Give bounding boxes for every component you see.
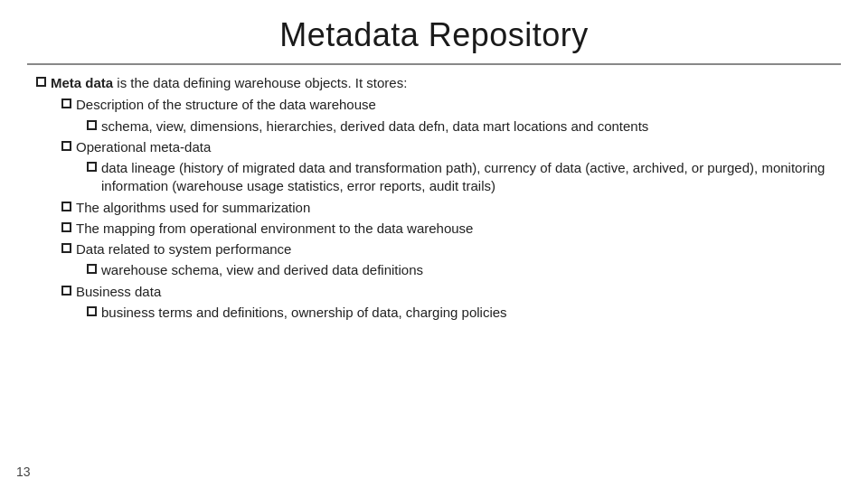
bullet-l3-4: business terms and definitions, ownershi…	[87, 304, 841, 322]
bullet-text-l2-4: The mapping from operational environment…	[76, 220, 841, 238]
bullet-icon-l1	[36, 77, 46, 87]
bullet-text-l3-4: business terms and definitions, ownershi…	[101, 304, 841, 322]
bullet-l2-6: Business data	[61, 283, 841, 301]
bullet-l2-2: Operational meta-data	[61, 138, 841, 156]
bullet-text-l2-1: Description of the structure of the data…	[76, 96, 841, 114]
bullet-l3-1: schema, view, dimensions, hierarchies, d…	[87, 117, 841, 136]
bullet-text-l3-1: schema, view, dimensions, hierarchies, d…	[101, 117, 841, 136]
meta-desc: is the data defining warehouse objects. …	[113, 75, 407, 90]
bullet-icon-l2-3	[61, 202, 71, 211]
bullet-l1-1: Meta data is the data defining warehouse…	[36, 74, 841, 92]
bullet-icon-l3-1	[87, 120, 97, 130]
bullet-l2-4: The mapping from operational environment…	[61, 220, 841, 238]
bullet-text-l3-3: warehouse schema, view and derived data …	[101, 261, 841, 279]
bullet-text-l3-2: data lineage (history of migrated data a…	[101, 159, 841, 196]
bullet-text-l2-6: Business data	[76, 283, 841, 301]
bullet-text-l1-1: Meta data is the data defining warehouse…	[51, 74, 841, 92]
bullet-text-l2-5: Data related to system performance	[76, 240, 841, 258]
bullet-text-l2-2: Operational meta-data	[76, 138, 841, 156]
bullet-l3-3: warehouse schema, view and derived data …	[87, 261, 841, 279]
bold-meta: Meta data	[51, 75, 113, 90]
slide-number: 13	[16, 465, 31, 479]
bullet-l3-2: data lineage (history of migrated data a…	[87, 159, 841, 196]
slide: Metadata Repository Meta data is the dat…	[0, 0, 868, 488]
title-divider	[27, 63, 841, 65]
bullet-text-l2-3: The algorithms used for summarization	[76, 199, 841, 217]
bullet-icon-l2-2	[61, 141, 71, 151]
bullet-icon-l3-4	[87, 306, 97, 316]
bullet-icon-l3-2	[87, 162, 97, 172]
bullet-icon-l3-3	[87, 264, 97, 274]
slide-content: Meta data is the data defining warehouse…	[27, 74, 841, 322]
bullet-l2-1: Description of the structure of the data…	[61, 96, 841, 114]
bullet-l2-5: Data related to system performance	[61, 240, 841, 258]
slide-title: Metadata Repository	[27, 16, 841, 54]
bullet-icon-l2-5	[61, 243, 71, 253]
bullet-l2-3: The algorithms used for summarization	[61, 199, 841, 217]
bullet-icon-l2-6	[61, 286, 71, 296]
bullet-icon-l2-4	[61, 222, 71, 232]
bullet-icon-l2-1	[61, 99, 71, 108]
